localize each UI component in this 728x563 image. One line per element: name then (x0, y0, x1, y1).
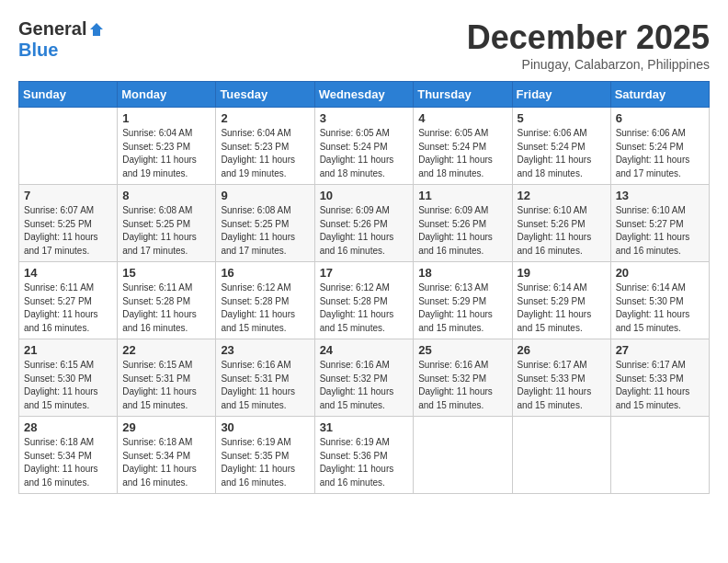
logo-general-text: General (18, 18, 86, 40)
day-info: Sunrise: 6:16 AMSunset: 5:32 PMDaylight:… (418, 359, 506, 412)
day-cell (512, 417, 610, 494)
day-info: Sunrise: 6:09 AMSunset: 5:26 PMDaylight:… (418, 204, 506, 258)
day-number: 28 (24, 420, 112, 434)
day-cell: 9 Sunrise: 6:08 AMSunset: 5:25 PMDayligh… (216, 185, 314, 262)
day-number: 13 (616, 189, 704, 202)
day-info: Sunrise: 6:04 AMSunset: 5:23 PMDaylight:… (221, 127, 309, 180)
day-number: 7 (24, 189, 112, 202)
location: Pinugay, Calabarzon, Philippines (467, 57, 710, 72)
day-info: Sunrise: 6:15 AMSunset: 5:30 PMDaylight:… (24, 359, 112, 412)
day-number: 26 (518, 343, 606, 357)
week-row-2: 7 Sunrise: 6:07 AMSunset: 5:25 PMDayligh… (19, 185, 710, 262)
day-number: 19 (518, 266, 606, 280)
day-info: Sunrise: 6:16 AMSunset: 5:31 PMDaylight:… (221, 359, 309, 412)
day-cell: 16 Sunrise: 6:12 AMSunset: 5:28 PMDaylig… (216, 262, 314, 339)
day-info: Sunrise: 6:12 AMSunset: 5:28 PMDaylight:… (320, 282, 409, 335)
day-info: Sunrise: 6:17 AMSunset: 5:33 PMDaylight:… (518, 359, 606, 412)
day-info: Sunrise: 6:14 AMSunset: 5:29 PMDaylight:… (518, 282, 606, 335)
day-cell: 13 Sunrise: 6:10 AMSunset: 5:27 PMDaylig… (610, 185, 709, 262)
day-cell: 3 Sunrise: 6:05 AMSunset: 5:24 PMDayligh… (314, 108, 414, 185)
day-info: Sunrise: 6:04 AMSunset: 5:23 PMDaylight:… (122, 127, 210, 180)
col-header-thursday: Thursday (414, 82, 512, 108)
day-number: 8 (122, 189, 210, 202)
day-info: Sunrise: 6:19 AMSunset: 5:35 PMDaylight:… (221, 436, 309, 489)
day-cell: 1 Sunrise: 6:04 AMSunset: 5:23 PMDayligh… (118, 108, 216, 185)
day-info: Sunrise: 6:11 AMSunset: 5:27 PMDaylight:… (24, 282, 112, 335)
day-cell: 25 Sunrise: 6:16 AMSunset: 5:32 PMDaylig… (414, 339, 512, 417)
day-number: 5 (518, 111, 606, 125)
day-cell: 20 Sunrise: 6:14 AMSunset: 5:30 PMDaylig… (610, 262, 709, 339)
day-number: 4 (418, 111, 506, 125)
day-info: Sunrise: 6:08 AMSunset: 5:25 PMDaylight:… (122, 204, 210, 258)
col-header-tuesday: Tuesday (216, 82, 314, 108)
day-cell: 4 Sunrise: 6:05 AMSunset: 5:24 PMDayligh… (414, 108, 512, 185)
day-info: Sunrise: 6:13 AMSunset: 5:29 PMDaylight:… (418, 282, 506, 335)
day-cell: 30 Sunrise: 6:19 AMSunset: 5:35 PMDaylig… (216, 417, 314, 494)
day-info: Sunrise: 6:17 AMSunset: 5:33 PMDaylight:… (616, 359, 704, 412)
day-number: 11 (418, 189, 506, 202)
day-number: 20 (616, 266, 704, 280)
col-header-monday: Monday (118, 82, 216, 108)
day-info: Sunrise: 6:08 AMSunset: 5:25 PMDaylight:… (221, 204, 309, 258)
col-header-friday: Friday (512, 82, 610, 108)
day-cell: 18 Sunrise: 6:13 AMSunset: 5:29 PMDaylig… (414, 262, 512, 339)
title-block: December 2025 Pinugay, Calabarzon, Phili… (467, 18, 710, 72)
page-header: General Blue December 2025 Pinugay, Cala… (18, 18, 710, 72)
day-cell: 21 Sunrise: 6:15 AMSunset: 5:30 PMDaylig… (19, 339, 118, 417)
month-title: December 2025 (467, 18, 710, 57)
day-number: 18 (418, 266, 506, 280)
day-cell: 7 Sunrise: 6:07 AMSunset: 5:25 PMDayligh… (19, 185, 118, 262)
day-info: Sunrise: 6:12 AMSunset: 5:28 PMDaylight:… (221, 282, 309, 335)
day-number: 12 (518, 189, 606, 202)
day-number: 27 (616, 343, 704, 357)
day-number: 9 (221, 189, 309, 202)
day-cell: 28 Sunrise: 6:18 AMSunset: 5:34 PMDaylig… (19, 417, 118, 494)
col-header-wednesday: Wednesday (314, 82, 414, 108)
day-info: Sunrise: 6:10 AMSunset: 5:27 PMDaylight:… (616, 204, 704, 258)
day-cell: 24 Sunrise: 6:16 AMSunset: 5:32 PMDaylig… (314, 339, 414, 417)
day-cell: 11 Sunrise: 6:09 AMSunset: 5:26 PMDaylig… (414, 185, 512, 262)
calendar-header-row: SundayMondayTuesdayWednesdayThursdayFrid… (19, 82, 710, 108)
day-info: Sunrise: 6:06 AMSunset: 5:24 PMDaylight:… (616, 127, 704, 180)
day-cell: 6 Sunrise: 6:06 AMSunset: 5:24 PMDayligh… (610, 108, 709, 185)
week-row-3: 14 Sunrise: 6:11 AMSunset: 5:27 PMDaylig… (19, 262, 710, 339)
day-number: 14 (24, 266, 112, 280)
logo-blue-text: Blue (18, 40, 58, 60)
week-row-5: 28 Sunrise: 6:18 AMSunset: 5:34 PMDaylig… (19, 417, 710, 494)
day-cell: 10 Sunrise: 6:09 AMSunset: 5:26 PMDaylig… (314, 185, 414, 262)
day-number: 6 (616, 111, 704, 125)
day-info: Sunrise: 6:09 AMSunset: 5:26 PMDaylight:… (320, 204, 409, 258)
day-info: Sunrise: 6:06 AMSunset: 5:24 PMDaylight:… (518, 127, 606, 180)
day-info: Sunrise: 6:05 AMSunset: 5:24 PMDaylight:… (320, 127, 409, 180)
day-info: Sunrise: 6:10 AMSunset: 5:26 PMDaylight:… (518, 204, 606, 258)
logo-icon (88, 21, 105, 38)
day-cell: 12 Sunrise: 6:10 AMSunset: 5:26 PMDaylig… (512, 185, 610, 262)
day-number: 30 (221, 420, 309, 434)
day-cell: 26 Sunrise: 6:17 AMSunset: 5:33 PMDaylig… (512, 339, 610, 417)
day-info: Sunrise: 6:07 AMSunset: 5:25 PMDaylight:… (24, 204, 112, 258)
day-cell: 19 Sunrise: 6:14 AMSunset: 5:29 PMDaylig… (512, 262, 610, 339)
day-number: 10 (320, 189, 409, 202)
day-number: 17 (320, 266, 409, 280)
day-cell: 2 Sunrise: 6:04 AMSunset: 5:23 PMDayligh… (216, 108, 314, 185)
day-cell: 31 Sunrise: 6:19 AMSunset: 5:36 PMDaylig… (314, 417, 414, 494)
day-info: Sunrise: 6:15 AMSunset: 5:31 PMDaylight:… (122, 359, 210, 412)
day-cell: 14 Sunrise: 6:11 AMSunset: 5:27 PMDaylig… (19, 262, 118, 339)
day-number: 2 (221, 111, 309, 125)
day-number: 23 (221, 343, 309, 357)
day-cell: 22 Sunrise: 6:15 AMSunset: 5:31 PMDaylig… (118, 339, 216, 417)
day-info: Sunrise: 6:14 AMSunset: 5:30 PMDaylight:… (616, 282, 704, 335)
day-cell (414, 417, 512, 494)
day-info: Sunrise: 6:16 AMSunset: 5:32 PMDaylight:… (320, 359, 409, 412)
col-header-saturday: Saturday (610, 82, 709, 108)
day-cell (610, 417, 709, 494)
day-number: 25 (418, 343, 506, 357)
week-row-1: 1 Sunrise: 6:04 AMSunset: 5:23 PMDayligh… (19, 108, 710, 185)
day-cell: 23 Sunrise: 6:16 AMSunset: 5:31 PMDaylig… (216, 339, 314, 417)
day-number: 22 (122, 343, 210, 357)
day-number: 24 (320, 343, 409, 357)
svg-marker-0 (90, 23, 103, 36)
day-number: 31 (320, 420, 409, 434)
day-info: Sunrise: 6:18 AMSunset: 5:34 PMDaylight:… (24, 436, 112, 489)
day-number: 29 (122, 420, 210, 434)
